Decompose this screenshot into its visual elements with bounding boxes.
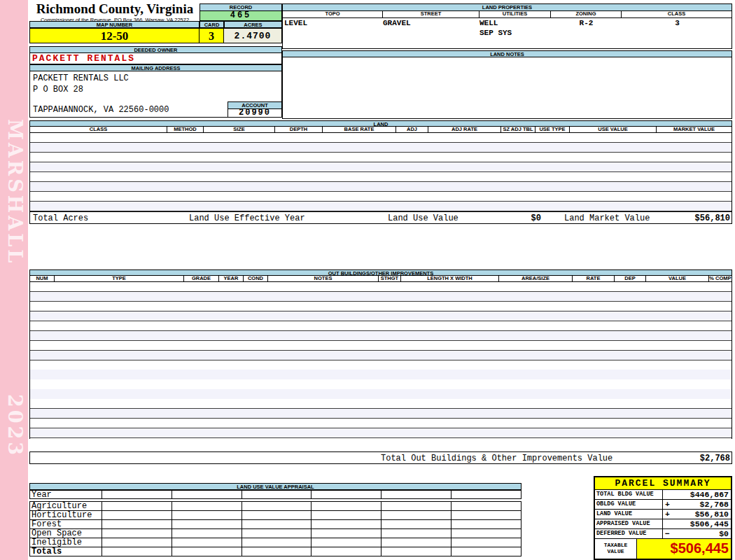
summary-row-taxable: TAXABLE VALUE $506,445 [595, 539, 731, 559]
column-header-year: YEAR [219, 276, 244, 281]
acres-header: ACRES [224, 21, 282, 28]
column-header-adj-rate: ADJ RATE [428, 127, 501, 132]
column-header-area-size: AREA/SIZE [499, 276, 573, 281]
market-value: $56,810 [660, 214, 730, 223]
map-number-value: 12-50 [29, 28, 200, 43]
mailing-address-line: TAPPAHANNOCK, VA 22560-0000 [33, 105, 169, 115]
row-value: $0 [719, 529, 729, 538]
appraisal-row-ineligible: Ineligible [29, 538, 522, 547]
row-label: Agriculture [29, 501, 102, 511]
county-header: Richmond County, Virginia Commissioner o… [31, 1, 199, 23]
card-value: 3 [200, 28, 224, 43]
record-value: 465 [200, 11, 282, 21]
column-header-zoning: ZONING [551, 11, 622, 18]
row-label: OBLDG VALUE [595, 500, 663, 509]
column-header-topo: TOPO [283, 11, 383, 18]
row-label: Open Space [29, 528, 102, 538]
map-number-header: MAP NUMBER [29, 21, 200, 28]
column-header-pct-comp: % COMP [709, 276, 732, 281]
mailing-address-line: P O BOX 28 [33, 85, 83, 94]
row-label: Ineligible [29, 538, 102, 547]
appraisal-row-agriculture: Agriculture [29, 501, 522, 511]
page-spine [0, 0, 28, 560]
row-label: DEFERRED VALUE [595, 529, 663, 538]
taxable-label: TAXABLE VALUE [595, 539, 637, 559]
appraisal-row-year: Year [29, 490, 522, 499]
street-value: GRAVEL [383, 19, 411, 27]
column-header-utilities: UTILITIES [479, 11, 551, 18]
mailing-address-header: MAILING ADDRESS [29, 64, 282, 71]
column-header-length-width: LENGTH X WIDTH [401, 276, 499, 281]
topo-value: LEVEL [284, 19, 307, 27]
account-value: 20990 [227, 109, 282, 118]
out-buildings-empty-rows [29, 282, 732, 439]
deeded-owner-header: DEEDED OWNER [29, 46, 282, 53]
appraisal-row-totals: Totals [29, 547, 522, 556]
column-header-type: TYPE [55, 276, 184, 281]
land-notes-box [282, 57, 732, 119]
land-table-footer: Total Acres Land Use Effective Year Land… [29, 211, 732, 224]
out-buildings-total-label: Total Out Buildings & Other Improvements… [381, 454, 612, 463]
effective-year-label: Land Use Effective Year [189, 214, 305, 223]
mailing-address-line: PACKETT RENTALS LLC [33, 74, 129, 83]
row-label: LAND VALUE [595, 510, 663, 519]
column-header-use-type: USE TYPE [536, 127, 570, 132]
column-header-size: SIZE [204, 127, 275, 132]
column-header-class: CLASS [30, 127, 167, 132]
utilities-value-line2: SEP SYS [479, 29, 512, 37]
column-header-adj: ADJ [396, 127, 428, 132]
appraisal-row-forest: Forest [29, 519, 522, 529]
column-header-depth: DEPTH [275, 127, 323, 132]
appraisal-row-open-space: Open Space [29, 528, 522, 538]
spine-name-label: MARSHALL [4, 119, 26, 265]
summary-row-total-bldg: TOTAL BLDG VALUE $446,867 [595, 490, 731, 500]
use-value: $0 [513, 214, 541, 223]
deeded-owner-value: PACKETT RENTALS [29, 53, 282, 64]
column-header-rate: RATE [573, 276, 615, 281]
appraisal-row-horticulture: Horticulture [29, 510, 522, 520]
row-label: Forest [29, 519, 102, 529]
card-header: CARD [200, 21, 224, 28]
column-header-value: VALUE [646, 276, 709, 281]
zoning-value: R-2 [551, 19, 622, 27]
row-value: $446,867 [690, 490, 729, 499]
summary-row-deferred: DEFERRED VALUE −$0 [595, 529, 731, 539]
row-operator: + [665, 500, 670, 509]
column-header-num: NUM [30, 276, 55, 281]
land-table-empty-rows [29, 133, 732, 211]
column-header-use-value: USE VALUE [570, 127, 657, 132]
column-header-grade: GRADE [184, 276, 219, 281]
row-label: Year [29, 490, 102, 499]
column-header-market-value: MARKET VALUE [657, 127, 732, 132]
summary-row-appraised: APPRAISED VALUE $506,445 [595, 519, 731, 529]
column-header-notes: NOTES [268, 276, 379, 281]
out-buildings-footer: Total Out Buildings & Other Improvements… [29, 451, 732, 464]
column-header-sthgt: STHGT [379, 276, 401, 281]
out-buildings-columns: NUM TYPE GRADE YEAR COND NOTES STHGT LEN… [29, 276, 732, 282]
acres-value: 2.4700 [224, 28, 282, 43]
column-header-dep: DEP [615, 276, 646, 281]
row-value: $56,810 [695, 510, 729, 519]
land-table-header: LAND [29, 120, 732, 127]
row-label: APPRAISED VALUE [595, 519, 663, 528]
county-title: Richmond County, Virginia [31, 1, 199, 17]
row-label: TOTAL BLDG VALUE [595, 490, 663, 499]
column-header-base-rate: BASE RATE [323, 127, 396, 132]
use-value-label: Land Use Value [388, 214, 458, 223]
column-header-class: CLASS [622, 11, 732, 18]
land-properties-columns: TOPO STREET UTILITIES ZONING CLASS [282, 11, 732, 18]
class-value: 3 [622, 19, 733, 27]
column-header-street: STREET [383, 11, 479, 18]
row-label: Horticulture [29, 510, 102, 520]
utilities-value-line1: WELL [479, 19, 498, 27]
summary-row-obldg: OBLDG VALUE +$2,768 [595, 500, 731, 510]
out-buildings-header: OUT BUILDINGS/OTHER IMPROVEMENTS [29, 270, 732, 276]
row-operator: − [665, 529, 670, 538]
land-properties-values: LEVEL GRAVEL WELL SEP SYS R-2 3 [282, 18, 732, 49]
spine-year-label: 2023 [4, 394, 26, 458]
land-use-appraisal-table: Year Agriculture Horticulture Forest Ope… [29, 490, 522, 556]
row-value: $506,445 [690, 519, 729, 528]
row-value: $2,768 [700, 500, 729, 509]
land-notes-header: LAND NOTES [282, 50, 732, 57]
land-use-appraisal-header: LAND USE VALUE APPRAISAL [29, 483, 522, 490]
